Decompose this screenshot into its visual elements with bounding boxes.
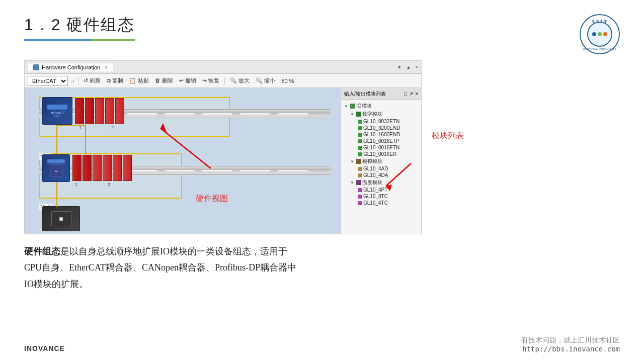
ethercat-dropdown[interactable]: EtherCAT (28, 76, 68, 86)
gl10-temp-icon2 (358, 195, 362, 199)
rail2-dash (278, 170, 308, 171)
tree-gl10-0032etn[interactable]: GL10_0032ETN (344, 118, 418, 125)
gl10-icon (358, 152, 362, 156)
tree-gl10-0016er[interactable]: GL10_0016ER (344, 151, 418, 157)
toolbar-sep-2 (224, 77, 225, 85)
desc-bold: 硬件组态 (24, 246, 60, 256)
desc-line3: IO模块的扩展。 (24, 279, 88, 289)
h-line-top (56, 125, 85, 126)
rail2-dash (202, 170, 232, 171)
footer-link: http://bbs.inovance.com (521, 345, 620, 353)
m2-port-label: ■■ (54, 169, 57, 172)
io-module-label: IO模块 (356, 103, 372, 110)
io2-red-4 (103, 155, 112, 181)
desc-rest: 是以自身总线顺序地扩展IO模块的一类设备组态，适用于 (60, 246, 287, 256)
io-red-2 (85, 98, 94, 124)
undo-btn[interactable]: ↩ 撤销 (177, 76, 198, 85)
gl10-0016etn-label: GL10_0016ETN (363, 145, 399, 150)
cpu-module-2: ■■ (42, 154, 70, 182)
m2-display (47, 159, 65, 163)
panel-title: 输入/输出模块列表 (344, 90, 386, 98)
module-list-label: 模块列表 (432, 131, 464, 141)
io-icon (350, 104, 355, 109)
gl10-3200end-label: GL10_3200END (363, 125, 400, 131)
main-content: Hardware Configuration × ▼ ▲ × EtherCAT … (0, 54, 644, 234)
gl10-4ad-label: GL10_4AD (363, 166, 388, 171)
hardware-config-icon (33, 64, 39, 70)
page-header: 1．2 硬件组态 汇川大学 INOVANCE UNIVERSITY (0, 0, 644, 54)
tree-gl10-0016etp[interactable]: GL10_0016ETP (344, 138, 418, 144)
gl10-0032etn-label: GL10_0032ETN (363, 119, 399, 124)
logo-dot-1 (592, 32, 596, 36)
panel-pin-btn[interactable]: □ (404, 91, 407, 97)
zoom-out-btn[interactable]: 🔍 缩小 (254, 76, 277, 85)
no2-port-icon: ⬜ (59, 217, 63, 221)
io2-red-5 (113, 155, 122, 181)
gl10-4pt-label: GL10_4PT (363, 187, 387, 193)
digital-expander: ▼ (350, 112, 355, 117)
delete-btn[interactable]: 🗑 删除 (153, 76, 175, 85)
copy-btn[interactable]: ⧉ 复制 (105, 76, 125, 85)
v-line-1 (56, 125, 57, 154)
v-line-3 (56, 182, 57, 207)
slot-label-2: 2 (111, 125, 114, 130)
toolbar-sep-1 (78, 77, 78, 85)
rail2-dash (165, 170, 195, 171)
gl10-icon (358, 133, 362, 137)
cpu-model: CPU (54, 115, 61, 118)
desc-line2: CPU自身、EtherCAT耦合器、CANopen耦合器、Profibus-DP… (24, 262, 296, 273)
redo-btn[interactable]: ↪ 恢复 (200, 76, 221, 85)
logo: 汇川大学 INOVANCE UNIVERSITY (580, 14, 620, 54)
tab-close-btn[interactable]: × (105, 65, 108, 70)
cpu-label: INOVACE (50, 111, 65, 115)
tree-temp-module[interactable]: ▼ 温度模块 (344, 178, 418, 187)
tree-gl10-1600end[interactable]: GL10_1600END (344, 131, 418, 138)
refresh-btn[interactable]: ↺ 刷新 (82, 76, 103, 85)
rail-dash (127, 113, 157, 115)
panel-expand-btn[interactable]: ↗ (409, 91, 413, 97)
rail-dash (240, 113, 270, 115)
panel-controls: □ ↗ × (404, 91, 418, 97)
title-section: 1．2 硬件组态 (24, 14, 135, 41)
io-red-3 (95, 98, 104, 124)
module-tree: ▼ IO模块 ▼ 数字模块 GL10_0032ETN (341, 100, 421, 208)
slot-label-1: 1 (79, 125, 82, 130)
tree-gl10-0016etn[interactable]: GL10_0016ETN (344, 144, 418, 151)
tree-gl10-4pt[interactable]: GL10_4PT (344, 187, 418, 193)
tree-gl10-3200end[interactable]: GL10_3200END (344, 125, 418, 131)
footer-slogan: 有技术问题，就上汇川技术社区 (521, 336, 620, 345)
panel-titlebar: 输入/输出模块列表 □ ↗ × (341, 88, 421, 100)
digital-module-label: 数字模块 (362, 111, 382, 118)
win-toolbar: EtherCAT → ↺ 刷新 ⧉ 复制 📋 粘贴 🗑 删除 ↩ 撤销 ↪ 恢复… (25, 74, 421, 88)
temp-expander: ▼ (350, 180, 355, 185)
panel-close-btn[interactable]: × (415, 91, 418, 97)
zoom-in-btn[interactable]: 🔍 放大 (228, 76, 252, 85)
gl10-4da-label: GL10_4DA (363, 172, 388, 178)
paste-btn[interactable]: 📋 粘贴 (127, 76, 151, 85)
tree-gl10-4tc[interactable]: GL10_4TC (344, 200, 418, 206)
logo-inner (587, 22, 612, 47)
cpu-display (47, 105, 67, 110)
hardware-config-tab[interactable]: Hardware Configuration × (28, 63, 113, 71)
tree-io-module[interactable]: ▼ IO模块 (344, 102, 418, 110)
tree-gl10-8tc[interactable]: GL10_8TC (344, 193, 418, 200)
io-red-5 (115, 98, 124, 124)
page-title: 1．2 硬件组态 (24, 14, 135, 36)
logo-text-top: 汇川大学 (592, 19, 608, 24)
tree-digital-module[interactable]: ▼ 数字模块 (344, 110, 418, 118)
title-underline (24, 39, 135, 41)
temp-module-label: 温度模块 (362, 179, 382, 186)
tree-analog-module[interactable]: ▼ 模拟模块 (344, 157, 418, 165)
tree-gl10-4ad[interactable]: GL10_4AD (344, 165, 418, 172)
no2-port: ⬜ (51, 211, 71, 226)
rail-dash (165, 113, 195, 115)
rail2-dash (240, 170, 270, 171)
gl10-temp-icon3 (358, 201, 362, 205)
tree-gl10-4da[interactable]: GL10_4DA (344, 172, 418, 178)
logo-dot-3 (603, 32, 607, 36)
logo-dot-2 (598, 32, 602, 36)
description-area: 硬件组态是以自身总线顺序地扩展IO模块的一类设备组态，适用于 CPU自身、Eth… (0, 234, 644, 292)
zoom-value: 80 % (282, 78, 294, 84)
gl10-analog-icon2 (358, 173, 362, 177)
cpu-module-1: INOVACE CPU (42, 97, 72, 125)
